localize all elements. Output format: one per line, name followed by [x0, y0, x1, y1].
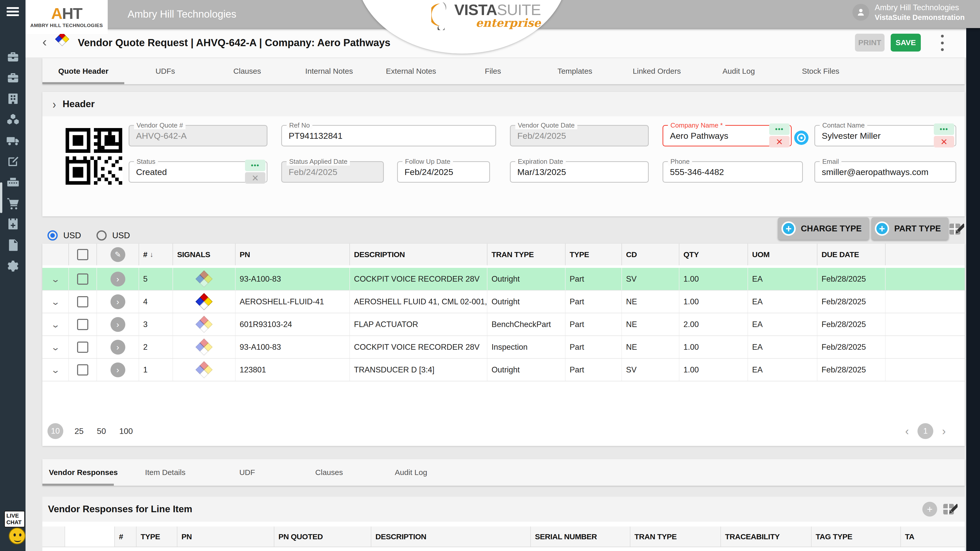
row-checkbox[interactable]: [77, 273, 88, 285]
col-pn[interactable]: PN: [235, 244, 350, 265]
rcol-type[interactable]: TYPE: [137, 527, 177, 547]
rcol-num[interactable]: #: [115, 527, 137, 547]
tab-external-notes[interactable]: External Notes: [370, 58, 452, 84]
document-file-icon[interactable]: [6, 238, 20, 252]
company-lookup-button[interactable]: •••: [769, 124, 790, 135]
add-response-button[interactable]: +: [922, 502, 937, 516]
signal-diamond-icon[interactable]: [196, 271, 212, 287]
purchasing-cart-icon[interactable]: [6, 197, 20, 210]
col-qty[interactable]: QTY: [679, 244, 748, 265]
expand-chevron-icon[interactable]: ⌄: [51, 342, 60, 352]
field-contact-name[interactable]: Contact Name Sylvester Miller ••• ✕: [815, 125, 956, 146]
currency-radio-unselected[interactable]: [97, 230, 107, 241]
tab-files[interactable]: Files: [452, 58, 534, 84]
col-due-date[interactable]: DUE DATE: [818, 244, 886, 265]
expand-chevron-icon[interactable]: ⌄: [51, 319, 60, 330]
back-button[interactable]: ‹: [42, 34, 47, 49]
expand-chevron-icon[interactable]: ⌄: [51, 297, 60, 307]
row-checkbox[interactable]: [77, 296, 88, 307]
edit-rows-button[interactable]: ✎: [110, 247, 125, 262]
col-signals[interactable]: SIGNALS: [173, 244, 235, 265]
page-size-option[interactable]: 50: [97, 427, 106, 436]
row-checkbox[interactable]: [77, 364, 88, 375]
hamburger-menu-icon[interactable]: [6, 7, 19, 17]
row-checkbox[interactable]: [77, 341, 88, 353]
tab-audit-log-bottom[interactable]: Audit Log: [370, 459, 452, 486]
col-num[interactable]: #↓: [139, 244, 173, 265]
company-building-icon[interactable]: [6, 92, 20, 106]
field-status-applied-date[interactable]: Status Applied Date Feb/24/2025: [281, 161, 384, 183]
sidebar-scroll-thumb[interactable]: [0, 183, 2, 213]
rcol-pn[interactable]: PN: [177, 527, 274, 547]
tab-item-details[interactable]: Item Details: [124, 459, 206, 486]
live-chat-widget[interactable]: LIVE CHAT: [4, 511, 30, 549]
rcol-pn-quoted[interactable]: PN QUOTED: [274, 527, 371, 547]
print-button[interactable]: PRINT: [855, 34, 885, 52]
field-ref-no[interactable]: Ref No PT941132841: [281, 125, 496, 146]
current-page-badge[interactable]: 1: [918, 423, 933, 439]
field-email[interactable]: Email smiller@aeropathways.com: [815, 161, 956, 183]
row-open-button[interactable]: ›: [110, 340, 125, 354]
tab-clauses-bottom[interactable]: Clauses: [288, 459, 370, 486]
settings-gear-icon[interactable]: [6, 259, 20, 273]
shipping-truck-icon[interactable]: [6, 134, 20, 148]
user-menu[interactable]: Ambry Hill Technologies VistaSuite Demon…: [853, 3, 965, 22]
field-vendor-quote-date[interactable]: Vendor Quote Date Feb/24/2025: [510, 125, 649, 146]
field-company-name[interactable]: Company Name * Aero Pathways ••• ✕: [662, 125, 792, 146]
edit-columns-icon[interactable]: [949, 221, 964, 237]
select-all-checkbox[interactable]: [77, 249, 88, 260]
col-uom[interactable]: UOM: [748, 244, 818, 265]
tab-stock-files[interactable]: Stock Files: [780, 58, 862, 84]
company-clear-button[interactable]: ✕: [769, 136, 790, 148]
company-view-button[interactable]: [794, 130, 808, 145]
rcol-description[interactable]: DESCRIPTION: [371, 527, 531, 547]
field-follow-up-date[interactable]: Follow Up Date Feb/24/2025: [397, 161, 490, 183]
quotes-edit-icon[interactable]: [6, 155, 20, 168]
more-options-kebab-icon[interactable]: [940, 35, 945, 51]
row-open-button[interactable]: ›: [110, 362, 125, 377]
expand-chevron-icon[interactable]: ⌄: [51, 365, 60, 375]
tab-udf[interactable]: UDF: [206, 459, 288, 486]
tab-udfs[interactable]: UDFs: [124, 58, 206, 84]
prev-page-icon[interactable]: ‹: [905, 425, 909, 437]
page-size-option[interactable]: 25: [75, 427, 84, 436]
calendar-plus-icon[interactable]: [6, 218, 20, 231]
tab-audit-log[interactable]: Audit Log: [698, 58, 780, 84]
rcol-serial-number[interactable]: SERIAL NUMBER: [531, 527, 630, 547]
row-open-button[interactable]: ›: [110, 272, 125, 286]
next-page-icon[interactable]: ›: [942, 425, 946, 437]
page-size-selected[interactable]: 10: [48, 423, 63, 439]
tab-templates[interactable]: Templates: [534, 58, 616, 84]
signal-diamond-icon[interactable]: [196, 294, 212, 310]
table-row[interactable]: ⌄ › 2 93-A100-83 COCKPIT VOICE RECORDER …: [42, 336, 965, 359]
table-row[interactable]: ⌄ › 3 601R93103-24 FLAP ACTUATOR BenchCh…: [42, 313, 965, 336]
edit-columns-icon[interactable]: [943, 502, 958, 516]
briefcase-icon[interactable]: [6, 71, 20, 85]
part-type-button[interactable]: + PART TYPE: [871, 218, 948, 240]
table-row[interactable]: ⌄ › 4 AEROSHELL-FLUID-41 AEROSHELL FLUID…: [42, 291, 965, 313]
status-clear-button[interactable]: ✕: [245, 172, 266, 184]
tab-internal-notes[interactable]: Internal Notes: [288, 58, 370, 84]
parts-cubes-icon[interactable]: [6, 113, 20, 127]
save-button[interactable]: SAVE: [891, 34, 921, 52]
terminal-keys-icon[interactable]: [6, 176, 20, 189]
col-type[interactable]: TYPE: [566, 244, 622, 265]
col-tran-type[interactable]: TRAN TYPE: [487, 244, 566, 265]
page-size-option[interactable]: 100: [119, 427, 133, 436]
rcol-ta-clipped[interactable]: TA: [901, 527, 965, 547]
charge-type-button[interactable]: + CHARGE TYPE: [778, 218, 869, 240]
user-avatar[interactable]: [853, 4, 869, 21]
row-open-button[interactable]: ›: [110, 294, 125, 309]
contact-clear-button[interactable]: ✕: [934, 136, 954, 148]
signal-diamond-icon[interactable]: [196, 339, 212, 355]
tab-linked-orders[interactable]: Linked Orders: [616, 58, 698, 84]
expand-chevron-icon[interactable]: ⌄: [51, 274, 60, 284]
aht-logo[interactable]: AHT AMBRY HILL TECHNOLOGIES: [25, 0, 108, 34]
field-expiration-date[interactable]: Expiration Date Mar/13/2025: [510, 161, 649, 183]
row-checkbox[interactable]: [77, 319, 88, 330]
currency-radio-selected[interactable]: [48, 230, 58, 241]
rcol-tran-type[interactable]: TRAN TYPE: [630, 527, 721, 547]
row-open-button[interactable]: ›: [110, 317, 125, 332]
header-section-bar[interactable]: › Header: [42, 92, 965, 116]
signal-diamond-icon[interactable]: [196, 362, 212, 378]
